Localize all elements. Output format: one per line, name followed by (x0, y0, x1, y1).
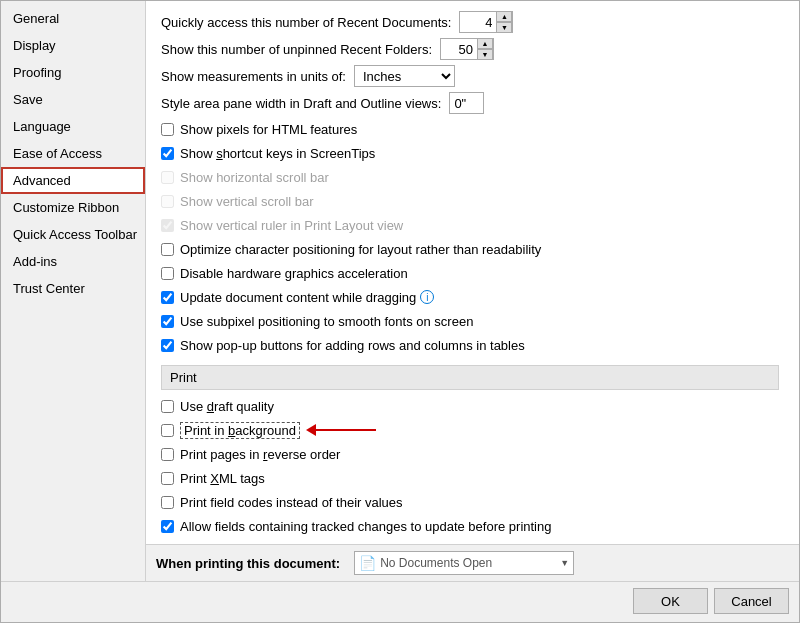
recent-docs-input[interactable] (460, 12, 496, 32)
sidebar-item-trust-center[interactable]: Trust Center (1, 275, 145, 302)
unpinned-folders-spinner-buttons: ▲ ▼ (477, 38, 493, 60)
disable-hardware-row: Disable hardware graphics acceleration (161, 263, 779, 283)
vertical-ruler-checkbox[interactable] (161, 219, 174, 232)
popup-buttons-checkbox[interactable] (161, 339, 174, 352)
update-doc-info-icon[interactable]: i (420, 290, 434, 304)
xml-tags-label: Print XML tags (180, 471, 265, 486)
sidebar-item-add-ins[interactable]: Add-ins (1, 248, 145, 275)
unpinned-folders-row: Show this number of unpinned Recent Fold… (161, 38, 779, 60)
measurements-dropdown[interactable]: Inches Centimeters Millimeters Points Pi… (354, 65, 455, 87)
recent-docs-row: Quickly access this number of Recent Doc… (161, 11, 779, 33)
tracked-changes-checkbox[interactable] (161, 520, 174, 533)
sidebar-item-advanced[interactable]: Advanced (1, 167, 145, 194)
xml-tags-checkbox[interactable] (161, 472, 174, 485)
horizontal-scrollbar-checkbox[interactable] (161, 171, 174, 184)
unpinned-folders-down-button[interactable]: ▼ (477, 49, 493, 60)
ok-button[interactable]: OK (633, 588, 708, 614)
sidebar-item-quick-access-toolbar[interactable]: Quick Access Toolbar (1, 221, 145, 248)
recent-docs-up-button[interactable]: ▲ (496, 11, 512, 22)
shortcut-keys-label: Show shortcut keys in ScreenTips (180, 146, 375, 161)
sidebar-item-customize-ribbon[interactable]: Customize Ribbon (1, 194, 145, 221)
subpixel-checkbox[interactable] (161, 315, 174, 328)
sidebar-item-language[interactable]: Language (1, 113, 145, 140)
popup-buttons-label: Show pop-up buttons for adding rows and … (180, 338, 525, 353)
content-scroll[interactable]: Quickly access this number of Recent Doc… (146, 1, 799, 544)
sidebar-item-display[interactable]: Display (1, 32, 145, 59)
doc-arrow-icon: ▼ (560, 558, 569, 568)
shortcut-keys-row: Show shortcut keys in ScreenTips (161, 143, 779, 163)
reverse-order-label: Print pages in reverse order (180, 447, 340, 462)
print-section-header: Print (161, 365, 779, 390)
draft-quality-row: Use draft quality (161, 396, 779, 416)
dialog-footer: OK Cancel (1, 581, 799, 622)
unpinned-folders-spinner[interactable]: ▲ ▼ (440, 38, 494, 60)
optimize-char-label: Optimize character positioning for layou… (180, 242, 541, 257)
print-background-label: Print in background (180, 423, 300, 438)
arrow-line (316, 429, 376, 431)
unpinned-folders-label: Show this number of unpinned Recent Fold… (161, 42, 432, 57)
measurements-label: Show measurements in units of: (161, 69, 346, 84)
sidebar-item-ease-of-access[interactable]: Ease of Access (1, 140, 145, 167)
vertical-scrollbar-label: Show vertical scroll bar (180, 194, 314, 209)
doc-text: No Documents Open (380, 556, 560, 570)
doc-icon: 📄 (359, 555, 376, 571)
draft-quality-checkbox[interactable] (161, 400, 174, 413)
draft-quality-label: Use draft quality (180, 399, 274, 414)
when-printing-label: When printing this document: (156, 556, 340, 571)
sidebar-item-proofing[interactable]: Proofing (1, 59, 145, 86)
recent-docs-down-button[interactable]: ▼ (496, 22, 512, 33)
vertical-ruler-row: Show vertical ruler in Print Layout view (161, 215, 779, 235)
subpixel-row: Use subpixel positioning to smooth fonts… (161, 311, 779, 331)
field-codes-row: Print field codes instead of their value… (161, 492, 779, 512)
horizontal-scrollbar-label: Show horizontal scroll bar (180, 170, 329, 185)
vertical-ruler-label: Show vertical ruler in Print Layout view (180, 218, 403, 233)
style-pane-row: Style area pane width in Draft and Outli… (161, 92, 779, 114)
content-area: Quickly access this number of Recent Doc… (146, 1, 799, 581)
measurements-row: Show measurements in units of: Inches Ce… (161, 65, 779, 87)
doc-selector[interactable]: 📄 No Documents Open ▼ (354, 551, 574, 575)
sidebar-item-save[interactable]: Save (1, 86, 145, 113)
popup-buttons-row: Show pop-up buttons for adding rows and … (161, 335, 779, 355)
pixels-html-label: Show pixels for HTML features (180, 122, 357, 137)
subpixel-label: Use subpixel positioning to smooth fonts… (180, 314, 473, 329)
unpinned-folders-input[interactable] (441, 39, 477, 59)
print-background-highlight: Print in background (180, 422, 300, 439)
recent-docs-spinner-buttons: ▲ ▼ (496, 11, 512, 33)
field-codes-checkbox[interactable] (161, 496, 174, 509)
field-codes-label: Print field codes instead of their value… (180, 495, 403, 510)
unpinned-folders-up-button[interactable]: ▲ (477, 38, 493, 49)
tracked-changes-label: Allow fields containing tracked changes … (180, 519, 551, 534)
disable-hardware-checkbox[interactable] (161, 267, 174, 280)
print-background-row: Print in background (161, 420, 779, 440)
reverse-order-checkbox[interactable] (161, 448, 174, 461)
sidebar: General Display Proofing Save Language E… (1, 1, 146, 581)
update-doc-label: Update document content while dragging (180, 290, 416, 305)
style-pane-label: Style area pane width in Draft and Outli… (161, 96, 441, 111)
horizontal-scrollbar-row: Show horizontal scroll bar (161, 167, 779, 187)
tracked-changes-row: Allow fields containing tracked changes … (161, 516, 779, 536)
options-dialog: General Display Proofing Save Language E… (0, 0, 800, 623)
optimize-char-row: Optimize character positioning for layou… (161, 239, 779, 259)
arrow-indicator (306, 424, 376, 436)
pixels-html-checkbox[interactable] (161, 123, 174, 136)
vertical-scrollbar-checkbox[interactable] (161, 195, 174, 208)
arrow-head-icon (306, 424, 316, 436)
xml-tags-row: Print XML tags (161, 468, 779, 488)
update-doc-row: Update document content while dragging i (161, 287, 779, 307)
recent-docs-spinner[interactable]: ▲ ▼ (459, 11, 513, 33)
optimize-char-checkbox[interactable] (161, 243, 174, 256)
disable-hardware-label: Disable hardware graphics acceleration (180, 266, 408, 281)
pixels-html-row: Show pixels for HTML features (161, 119, 779, 139)
shortcut-keys-checkbox[interactable] (161, 147, 174, 160)
style-pane-input[interactable] (449, 92, 484, 114)
reverse-order-row: Print pages in reverse order (161, 444, 779, 464)
recent-docs-label: Quickly access this number of Recent Doc… (161, 15, 451, 30)
print-background-checkbox[interactable] (161, 424, 174, 437)
vertical-scrollbar-row: Show vertical scroll bar (161, 191, 779, 211)
cancel-button[interactable]: Cancel (714, 588, 789, 614)
when-printing-bar: When printing this document: 📄 No Docume… (146, 544, 799, 581)
sidebar-item-general[interactable]: General (1, 5, 145, 32)
update-doc-checkbox[interactable] (161, 291, 174, 304)
